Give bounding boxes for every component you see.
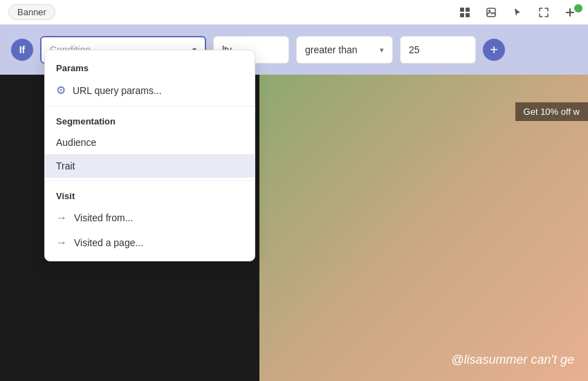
url-query-params-label: URL query params... [73, 85, 162, 96]
grid-icon[interactable] [455, 3, 475, 22]
image-icon[interactable] [481, 3, 501, 22]
add-condition-button[interactable]: + [483, 39, 505, 61]
audience-label: Audience [56, 137, 96, 148]
gear-icon: ⚙ [56, 84, 66, 97]
divider-2 [45, 180, 255, 181]
operator-dropdown[interactable]: greater than ▾ [296, 36, 393, 64]
if-badge: If [11, 39, 33, 61]
operator-chevron-icon: ▾ [380, 46, 384, 55]
divider-1 [45, 106, 255, 106]
audience-item[interactable]: Audience [45, 131, 255, 154]
url-query-params-item[interactable]: ⚙ URL query params... [45, 77, 255, 103]
top-bar: Banner [0, 0, 588, 25]
visit-section-title: Visit [45, 184, 255, 205]
visited-from-item[interactable]: → Visited from... [45, 205, 255, 230]
top-bar-icons [455, 3, 580, 22]
condition-dropdown-menu: Params ⚙ URL query params... Segmentatio… [44, 50, 255, 261]
banner-badge[interactable]: Banner [8, 4, 55, 20]
svg-rect-2 [460, 13, 464, 17]
expand-icon[interactable] [534, 3, 553, 22]
svg-rect-0 [460, 8, 464, 12]
caption-text: @lisasummer can't ge [451, 353, 574, 367]
promo-banner: Get 10% off w [515, 102, 588, 121]
trait-label: Trait [56, 160, 75, 171]
svg-rect-1 [466, 8, 470, 12]
cursor-icon[interactable] [508, 3, 527, 22]
arrow-right-icon-2: → [56, 236, 67, 249]
trait-item[interactable]: Trait [45, 154, 255, 178]
visited-from-label: Visited from... [74, 212, 133, 223]
operator-value: greater than [305, 44, 358, 55]
green-status-dot [574, 4, 582, 12]
content-right-panel: Get 10% off w @lisasummer can't ge [259, 75, 588, 381]
value-field[interactable]: 25 [400, 36, 476, 64]
svg-rect-3 [466, 13, 470, 17]
segmentation-section-title: Segmentation [45, 109, 255, 131]
visited-page-item[interactable]: → Visited a page... [45, 230, 255, 255]
arrow-right-icon: → [56, 212, 67, 224]
visited-page-label: Visited a page... [74, 237, 143, 248]
params-section-title: Params [45, 56, 255, 77]
